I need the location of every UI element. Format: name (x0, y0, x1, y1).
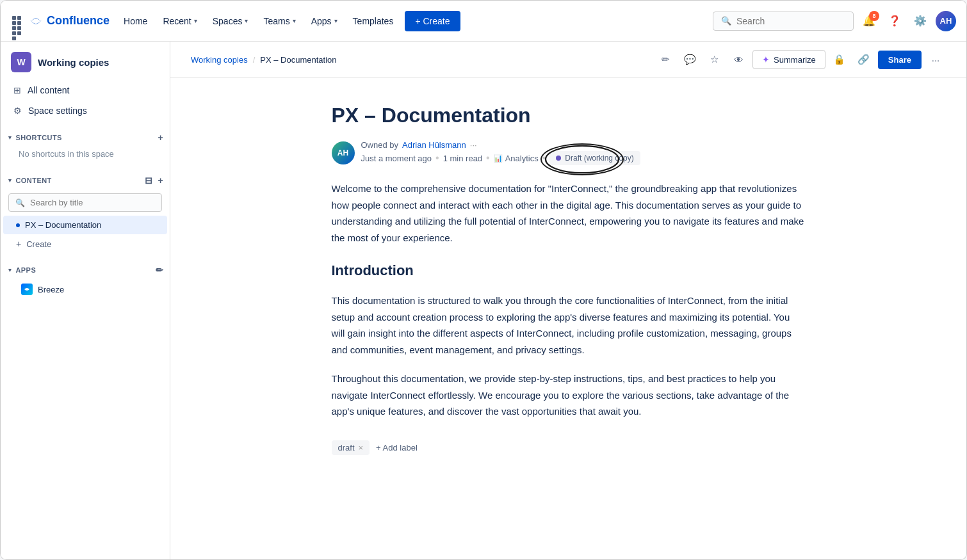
content-filter-icon[interactable]: ⊟ (145, 175, 152, 186)
toolbar-right: ✏ 💬 ☆ 👁 ✦ Summarize 🔒 🔗 Share ··· (655, 49, 946, 70)
page-body: Welcome to the comprehensive documentati… (332, 180, 806, 420)
breadcrumb-separator: / (253, 55, 256, 65)
meta-sub-row: Just a moment ago • 1 min read • 📊 Analy… (361, 151, 640, 165)
content-add-icon[interactable]: + (158, 175, 163, 186)
sidebar-item-breeze[interactable]: Breeze (3, 279, 167, 300)
summarize-icon: ✦ (762, 54, 770, 65)
breeze-icon (21, 284, 33, 295)
body-paragraph-3: Throughout this documentation, we provid… (332, 371, 806, 420)
draft-dot-icon (556, 156, 561, 161)
breadcrumb: Working copies / PX – Documentation (191, 55, 337, 65)
link-button[interactable]: 🔗 (854, 49, 874, 70)
analytics-icon: 📊 (494, 154, 503, 163)
author-avatar: AH (332, 141, 355, 164)
label-area: draft × + Add label (332, 440, 806, 455)
nav-recent[interactable]: Recent ▾ (156, 12, 203, 30)
help-button[interactable]: ❓ (884, 11, 905, 31)
avatar[interactable]: AH (936, 11, 956, 31)
content-chevron-icon[interactable]: ▾ (8, 177, 12, 184)
content-area: Working copies / PX – Documentation ✏ 💬 … (170, 42, 966, 559)
create-button[interactable]: + Create (405, 11, 460, 31)
main-layout: W Working copies ⊞ All content ⚙ Space s… (1, 42, 966, 559)
grid-icon[interactable] (11, 15, 24, 28)
read-time: 1 min read (443, 154, 482, 163)
page-content: PX – Documentation AH Owned by Adrian Hü… (280, 78, 857, 493)
space-icon: W (11, 52, 31, 72)
nav-home[interactable]: Home (117, 12, 154, 30)
edit-button[interactable]: ✏ (655, 49, 676, 70)
owner-link[interactable]: Adrian Hülsmann (402, 140, 466, 150)
shortcuts-chevron-icon[interactable]: ▾ (8, 134, 12, 141)
sidebar-header: W Working copies (1, 42, 170, 80)
breadcrumb-bar: Working copies / PX – Documentation ✏ 💬 … (170, 42, 966, 78)
page-meta: AH Owned by Adrian Hülsmann ··· Just a m… (332, 140, 806, 165)
star-button[interactable]: ☆ (704, 49, 724, 70)
more-options-button[interactable]: ··· (925, 49, 946, 70)
space-title: Working copies (38, 57, 109, 68)
sidebar-item-all-content[interactable]: ⊞ All content (3, 80, 167, 100)
apps-chevron-icon: ▾ (334, 17, 337, 24)
owned-by-prefix: Owned by (361, 140, 399, 150)
content-search-input[interactable] (30, 198, 155, 207)
apps-chevron-icon[interactable]: ▾ (8, 267, 12, 273)
space-settings-icon: ⚙ (13, 106, 22, 116)
teams-chevron-icon: ▾ (293, 17, 296, 24)
create-plus-icon: + (16, 239, 21, 249)
apps-section-header: ▾ APPS ✏ (1, 261, 170, 279)
remove-draft-label-button[interactable]: × (359, 443, 364, 452)
content-search-icon: 🔍 (15, 198, 25, 207)
owner-options-icon[interactable]: ··· (470, 140, 477, 150)
nav-apps[interactable]: Apps ▾ (305, 12, 344, 30)
summarize-button[interactable]: ✦ Summarize (752, 50, 825, 69)
page-dot-icon (16, 223, 20, 227)
sidebar-create-item[interactable]: + Create (3, 234, 167, 253)
timestamp: Just a moment ago (361, 154, 432, 163)
shortcuts-section-header: ▾ SHORTCUTS + (1, 129, 170, 147)
content-search[interactable]: 🔍 (8, 193, 162, 212)
sidebar-page-item-px-documentation[interactable]: PX – Documentation (3, 216, 167, 234)
confluence-logo-text: Confluence (47, 14, 110, 28)
notification-badge: 8 (869, 11, 879, 21)
no-shortcuts-text: No shortcuts in this space (1, 147, 170, 164)
content-section: ▾ CONTENT ⊟ + 🔍 PX – Documentation + Cre… (1, 172, 170, 253)
notifications-button[interactable]: 🔔 8 (859, 11, 879, 31)
analytics-link[interactable]: 📊 Analytics (494, 154, 539, 163)
meta-details: Owned by Adrian Hülsmann ··· Just a mome… (361, 140, 640, 165)
apps-edit-icon[interactable]: ✏ (156, 265, 163, 275)
breadcrumb-parent-link[interactable]: Working copies (191, 55, 248, 65)
restrict-button[interactable]: 🔒 (829, 49, 850, 70)
spaces-chevron-icon: ▾ (245, 17, 248, 24)
body-paragraph-1: Welcome to the comprehensive documentati… (332, 180, 806, 246)
recent-chevron-icon: ▾ (194, 17, 197, 24)
sidebar: W Working copies ⊞ All content ⚙ Space s… (1, 42, 170, 559)
topnav-right-area: 🔍 🔔 8 ❓ ⚙️ AH (713, 11, 956, 31)
draft-label-tag: draft × (332, 440, 370, 455)
nav-spaces[interactable]: Spaces ▾ (206, 12, 255, 30)
search-box[interactable]: 🔍 (713, 12, 854, 31)
nav-templates[interactable]: Templates (346, 12, 400, 30)
meta-owner-row: Owned by Adrian Hülsmann ··· (361, 140, 640, 150)
settings-button[interactable]: ⚙️ (910, 11, 930, 31)
page-title: PX – Documentation (332, 104, 806, 127)
add-label-button[interactable]: + Add label (376, 443, 418, 452)
draft-badge: Draft (working copy) (549, 151, 640, 165)
apps-section: ▾ APPS ✏ Breeze (1, 261, 170, 300)
breadcrumb-current: PX – Documentation (260, 55, 336, 65)
share-button[interactable]: Share (878, 51, 922, 69)
nav-teams[interactable]: Teams ▾ (257, 12, 302, 30)
body-paragraph-2: This documentation is structured to walk… (332, 292, 806, 358)
draft-badge-wrapper: Draft (working copy) (549, 151, 640, 165)
introduction-heading: Introduction (332, 259, 806, 282)
content-section-header: ▾ CONTENT ⊟ + (1, 172, 170, 189)
confluence-logo[interactable]: Confluence (29, 14, 110, 28)
shortcuts-add-icon[interactable]: + (158, 132, 163, 143)
shortcuts-section: ▾ SHORTCUTS + No shortcuts in this space (1, 129, 170, 164)
top-navigation: Confluence Home Recent ▾ Spaces ▾ Teams … (1, 1, 966, 42)
logo-area: Confluence (11, 14, 110, 28)
watch-button[interactable]: 👁 (728, 49, 749, 70)
all-content-icon: ⊞ (13, 85, 21, 95)
comment-button[interactable]: 💬 (679, 49, 700, 70)
sidebar-item-space-settings[interactable]: ⚙ Space settings (3, 100, 167, 121)
search-input[interactable] (736, 16, 845, 26)
search-icon: 🔍 (721, 16, 731, 26)
